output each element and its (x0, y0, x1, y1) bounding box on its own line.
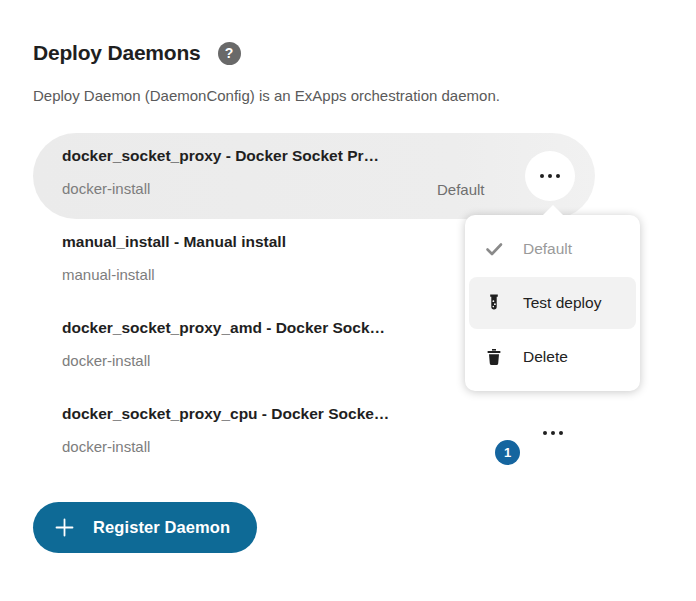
daemon-subtitle: docker-install (62, 178, 595, 200)
test-tube-icon (483, 293, 505, 313)
daemon-actions-button[interactable] (525, 151, 575, 201)
menu-item-delete[interactable]: Delete (469, 331, 636, 383)
daemon-title: manual_install - Manual install (62, 231, 482, 253)
menu-item-label: Delete (523, 348, 568, 366)
menu-item-test-deploy[interactable]: Test deploy (469, 277, 636, 329)
more-icon (540, 174, 545, 179)
default-tag: Default (437, 179, 509, 201)
menu-arrow (542, 205, 564, 216)
daemon-title: docker_socket_proxy_cpu - Docker Socke… (62, 403, 482, 425)
exapps-count-badge: 1 (495, 440, 520, 465)
plus-icon (55, 518, 74, 537)
deploy-daemons-page: Deploy Daemons ? Deploy Daemon (DaemonCo… (0, 0, 696, 601)
check-icon (483, 239, 505, 259)
daemon-row-docker-socket-proxy[interactable]: docker_socket_proxy - Docker Socket Pr… … (33, 133, 595, 219)
more-icon (543, 431, 548, 436)
menu-item-default[interactable]: Default (469, 223, 636, 275)
daemon-title: docker_socket_proxy_amd - Docker Sock… (62, 317, 482, 339)
menu-item-label: Test deploy (523, 294, 601, 312)
daemon-actions-button[interactable] (533, 413, 573, 453)
trash-icon (483, 347, 505, 367)
daemon-actions-menu: Default Test deploy Delet (465, 215, 640, 391)
daemon-title: docker_socket_proxy - Docker Socket Pr… (62, 145, 482, 167)
page-title: Deploy Daemons (33, 41, 201, 65)
help-icon[interactable]: ? (218, 42, 241, 65)
page-header: Deploy Daemons ? (33, 41, 241, 65)
menu-item-label: Default (523, 240, 572, 258)
page-subtitle: Deploy Daemon (DaemonConfig) is an ExApp… (33, 87, 500, 104)
register-daemon-label: Register Daemon (93, 518, 230, 537)
daemon-row-docker-socket-proxy-cpu[interactable]: docker_socket_proxy_cpu - Docker Socke… … (33, 391, 595, 477)
register-daemon-button[interactable]: Register Daemon (33, 502, 257, 553)
